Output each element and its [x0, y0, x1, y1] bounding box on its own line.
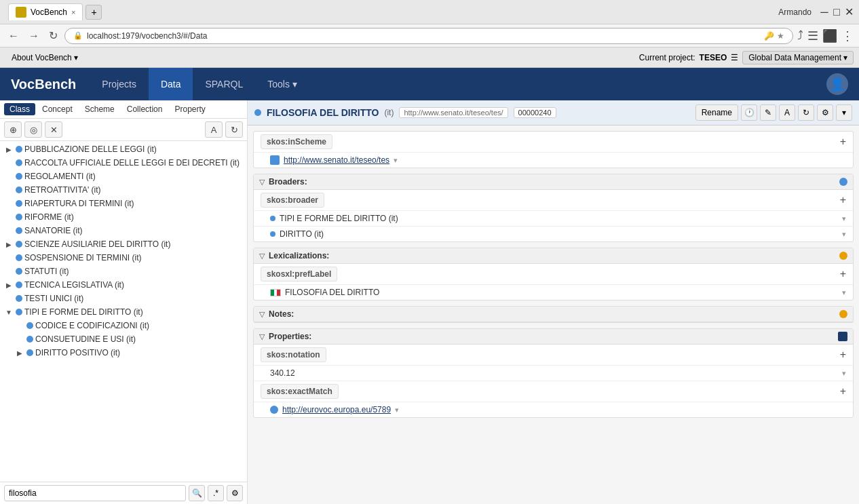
- expand-panel-button[interactable]: ▾: [836, 104, 852, 121]
- section-badge-dot: [839, 252, 847, 260]
- tab-concept[interactable]: Concept: [37, 103, 78, 115]
- prop-value-row[interactable]: DIRITTO (it) ▾: [254, 227, 853, 241]
- list-item[interactable]: CODICE E CODIFICAZIONI (it): [0, 319, 247, 332]
- add-exactmatch-button[interactable]: +: [840, 385, 846, 398]
- section-badge-square: [838, 332, 847, 341]
- refresh-concept-button[interactable]: ↻: [798, 104, 814, 121]
- prop-key: skosxl:prefLabel: [261, 267, 337, 282]
- close-button[interactable]: ✕: [844, 7, 854, 17]
- concept-label: CODICE E CODIFICAZIONI (it): [35, 321, 243, 330]
- collapse-icon[interactable]: ▽: [259, 252, 265, 260]
- collapse-icon[interactable]: ▽: [259, 332, 265, 341]
- expand-icon: [15, 321, 24, 330]
- list-item[interactable]: ▼ TIPI E FORME DEL DIRITTO (it): [0, 305, 247, 319]
- prop-value-row[interactable]: http://eurovoc.europa.eu/5789 ▾: [254, 402, 853, 417]
- expand-icon[interactable]: ▶: [4, 239, 14, 249]
- add-in-scheme-button[interactable]: +: [840, 136, 846, 148]
- list-item[interactable]: SANATORIE (it): [0, 224, 247, 237]
- chevron-down-icon[interactable]: ▾: [394, 156, 398, 165]
- concept-label: DIRITTO POSITIVO (it): [35, 348, 243, 357]
- delete-button[interactable]: ✕: [45, 121, 62, 138]
- account-button[interactable]: ⬛: [822, 28, 837, 43]
- target-button[interactable]: ◎: [24, 121, 42, 138]
- main-nav: VocBench Projects Data SPARQL Tools ▾ 👤: [0, 68, 859, 100]
- font-size-button[interactable]: A: [779, 104, 795, 121]
- list-item[interactable]: TESTI UNICI (it): [0, 292, 247, 305]
- tab-scheme[interactable]: Scheme: [79, 103, 120, 115]
- exactmatch-link[interactable]: http://eurovoc.europa.eu/5789: [282, 405, 391, 414]
- nav-item-data[interactable]: Data: [149, 68, 193, 100]
- tree-toolbar: ⊕ ◎ ✕ A ↻: [0, 119, 247, 141]
- list-item[interactable]: RETROATTIVITA' (it): [0, 183, 247, 197]
- nav-item-projects[interactable]: Projects: [90, 68, 149, 100]
- star-icon[interactable]: ★: [777, 31, 784, 41]
- scheme-link[interactable]: http://www.senato.it/teseo/tes: [284, 155, 389, 165]
- chevron-down-icon[interactable]: ▾: [842, 214, 846, 223]
- concept-label: REGOLAMENTI (it): [24, 172, 243, 181]
- add-notation-button[interactable]: +: [840, 349, 846, 361]
- expand-icon[interactable]: ▶: [4, 144, 14, 154]
- search-button[interactable]: 🔍: [189, 485, 205, 501]
- list-item[interactable]: RIFORME (it): [0, 210, 247, 224]
- chevron-down-icon[interactable]: ▾: [842, 288, 846, 297]
- list-item[interactable]: STATUTI (it): [0, 265, 247, 278]
- list-item[interactable]: SOSPENSIONE DI TERMINI (it): [0, 251, 247, 265]
- add-concept-button[interactable]: ⊕: [4, 121, 22, 138]
- search-input[interactable]: [4, 485, 186, 501]
- tab-class[interactable]: Class: [4, 103, 35, 115]
- chevron-down-icon[interactable]: ▾: [395, 406, 399, 414]
- search-settings-button[interactable]: ⚙: [227, 485, 243, 501]
- font-button[interactable]: A: [205, 121, 223, 138]
- prop-value-row[interactable]: TIPI E FORME DEL DIRITTO (it) ▾: [254, 211, 853, 227]
- prop-value-row[interactable]: FILOSOFIA DEL DIRITTO ▾: [254, 285, 853, 300]
- close-tab-button[interactable]: ×: [71, 8, 75, 16]
- browser-tab[interactable]: VocBench ×: [8, 3, 83, 20]
- list-item[interactable]: RACCOLTA UFFICIALE DELLE LEGGI E DEI DEC…: [0, 156, 247, 170]
- expand-icon: [4, 185, 14, 195]
- maximize-button[interactable]: □: [832, 7, 841, 17]
- reload-button[interactable]: ↻: [46, 28, 60, 43]
- list-item[interactable]: REGOLAMENTI (it): [0, 170, 247, 183]
- list-item[interactable]: CONSUETUDINE E USI (it): [0, 332, 247, 346]
- menu-button[interactable]: ⋮: [841, 28, 854, 43]
- concept-settings-button[interactable]: ⚙: [817, 104, 833, 121]
- list-item[interactable]: ▶ TECNICA LEGISLATIVA (it): [0, 278, 247, 292]
- prop-value-row[interactable]: 340.12 ▾: [254, 366, 853, 381]
- add-label-button[interactable]: +: [840, 268, 846, 280]
- list-item[interactable]: ▶ PUBBLICAZIONE DELLE LEGGI (it): [0, 142, 247, 156]
- url-bar[interactable]: 🔒 localhost:1979/vocbench3/#/Data 🔑 ★: [64, 28, 793, 44]
- tab-property[interactable]: Property: [169, 103, 210, 115]
- list-item[interactable]: ▶ DIRITTO POSITIVO (it): [0, 346, 247, 360]
- refresh-button[interactable]: ↻: [225, 121, 243, 138]
- history-button[interactable]: 🕐: [741, 104, 757, 121]
- share-button[interactable]: ⤴: [797, 28, 803, 43]
- global-mgmt-button[interactable]: Global Data Management ▾: [742, 51, 854, 64]
- chevron-down-icon[interactable]: ▾: [842, 230, 846, 239]
- expand-icon[interactable]: ▶: [15, 348, 24, 357]
- tab-collection[interactable]: Collection: [121, 103, 168, 115]
- new-tab-button[interactable]: +: [85, 5, 102, 20]
- edit-button[interactable]: ✎: [760, 104, 776, 121]
- target-icon: ◎: [30, 125, 37, 135]
- about-menu-button[interactable]: About VocBench ▾: [5, 51, 84, 64]
- forward-button[interactable]: →: [26, 28, 42, 43]
- minimize-button[interactable]: ─: [820, 7, 829, 17]
- collapse-icon[interactable]: ▽: [259, 310, 265, 319]
- expand-icon[interactable]: ▶: [4, 280, 14, 290]
- add-broader-button[interactable]: +: [840, 194, 846, 206]
- expand-icon: [4, 172, 14, 181]
- nav-item-tools[interactable]: Tools ▾: [255, 68, 309, 100]
- collapse-icon[interactable]: ▼: [4, 307, 14, 317]
- bookmark-list-button[interactable]: ☰: [807, 28, 818, 43]
- back-button[interactable]: ←: [5, 28, 22, 43]
- list-item[interactable]: ▶ SCIENZE AUSILIARIE DEL DIRITTO (it): [0, 237, 247, 251]
- collapse-icon[interactable]: ▽: [259, 178, 265, 187]
- chevron-down-icon[interactable]: ▾: [842, 369, 846, 378]
- project-edit-button[interactable]: ☰: [731, 53, 738, 62]
- window-controls: Armando ─ □ ✕: [778, 7, 854, 17]
- rename-button[interactable]: Rename: [695, 104, 738, 121]
- lock-icon: 🔒: [73, 31, 83, 40]
- regex-button[interactable]: .*: [208, 485, 224, 501]
- nav-item-sparql[interactable]: SPARQL: [193, 68, 255, 100]
- list-item[interactable]: RIAPERTURA DI TERMINI (it): [0, 197, 247, 210]
